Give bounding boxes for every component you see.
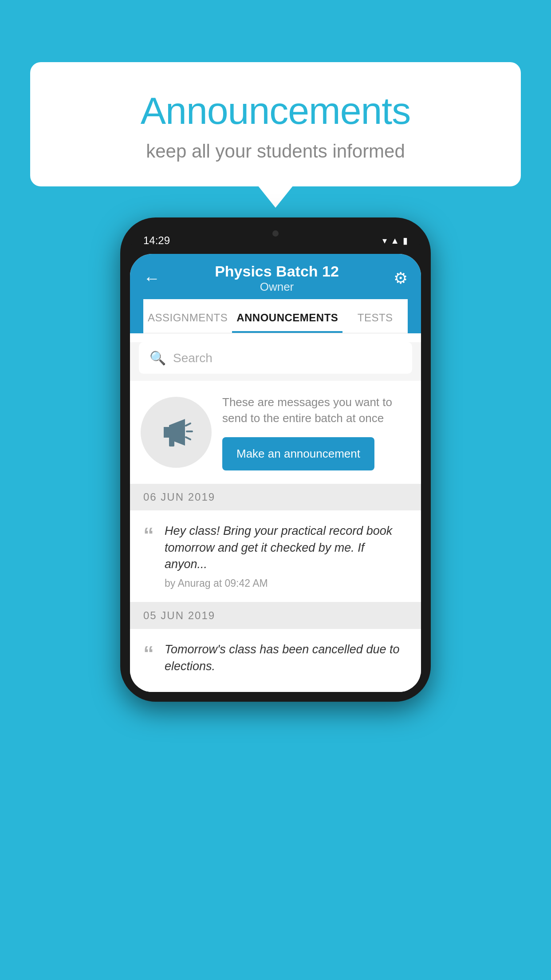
announcement-intro-card: These are messages you want to send to t… — [130, 381, 421, 484]
phone-screen: ← Physics Batch 12 Owner ⚙ ASSIGNMENTS A… — [130, 254, 421, 692]
intro-right: These are messages you want to send to t… — [222, 394, 410, 470]
announcement-message-2: Tomorrow's class has been cancelled due … — [165, 641, 408, 675]
make-announcement-button[interactable]: Make an announcement — [222, 437, 374, 470]
announcement-meta-1: by Anurag at 09:42 AM — [165, 577, 408, 589]
status-time: 14:29 — [143, 234, 170, 247]
status-icons: ▾ ▲ ▮ — [382, 235, 408, 246]
phone-mockup: 14:29 ▾ ▲ ▮ ← Physics Batch 12 Owner — [120, 217, 431, 702]
intro-description: These are messages you want to send to t… — [222, 394, 410, 427]
speech-bubble-container: Announcements keep all your students inf… — [30, 62, 521, 186]
date-separator-1: 06 JUN 2019 — [130, 484, 421, 510]
status-bar: 14:29 ▾ ▲ ▮ — [130, 227, 421, 254]
svg-line-3 — [186, 423, 190, 426]
announcement-text-1: Hey class! Bring your practical record b… — [165, 523, 408, 589]
signal-icon: ▲ — [390, 236, 399, 246]
speech-bubble: Announcements keep all your students inf… — [30, 62, 521, 186]
tabs-bar: ASSIGNMENTS ANNOUNCEMENTS TESTS — [143, 299, 408, 333]
svg-marker-0 — [164, 427, 169, 438]
tab-assignments[interactable]: ASSIGNMENTS — [143, 299, 232, 333]
phone-outer: 14:29 ▾ ▲ ▮ ← Physics Batch 12 Owner — [120, 217, 431, 702]
announcement-item-2[interactable]: “ Tomorrow's class has been cancelled du… — [130, 629, 421, 692]
svg-line-5 — [186, 437, 190, 439]
announcement-message-1: Hey class! Bring your practical record b… — [165, 523, 408, 573]
camera — [272, 230, 279, 237]
megaphone-circle — [141, 397, 212, 468]
tab-tests[interactable]: TESTS — [342, 299, 408, 333]
announcement-text-2: Tomorrow's class has been cancelled due … — [165, 641, 408, 680]
header-top: ← Physics Batch 12 Owner ⚙ — [143, 263, 408, 299]
quote-icon-1: “ — [143, 525, 154, 589]
battery-icon: ▮ — [403, 235, 408, 246]
wifi-icon: ▾ — [382, 235, 387, 246]
megaphone-icon — [158, 415, 194, 450]
date-separator-2: 05 JUN 2019 — [130, 602, 421, 629]
announcements-subtitle: keep all your students informed — [66, 141, 485, 162]
search-bar[interactable]: 🔍 Search — [139, 342, 412, 374]
notch — [258, 227, 293, 238]
tab-announcements[interactable]: ANNOUNCEMENTS — [232, 299, 342, 333]
settings-icon[interactable]: ⚙ — [394, 269, 408, 288]
app-header: ← Physics Batch 12 Owner ⚙ ASSIGNMENTS A… — [130, 254, 421, 333]
announcements-title: Announcements — [66, 89, 485, 133]
svg-rect-2 — [169, 438, 174, 447]
user-role: Owner — [160, 280, 394, 294]
search-placeholder: Search — [173, 351, 213, 365]
announcement-item-1[interactable]: “ Hey class! Bring your practical record… — [130, 510, 421, 602]
header-title-block: Physics Batch 12 Owner — [160, 263, 394, 294]
quote-icon-2: “ — [143, 643, 154, 680]
back-button[interactable]: ← — [143, 269, 160, 288]
screen-content: 🔍 Search — [130, 342, 421, 692]
batch-name: Physics Batch 12 — [160, 263, 394, 280]
search-icon: 🔍 — [150, 350, 166, 366]
